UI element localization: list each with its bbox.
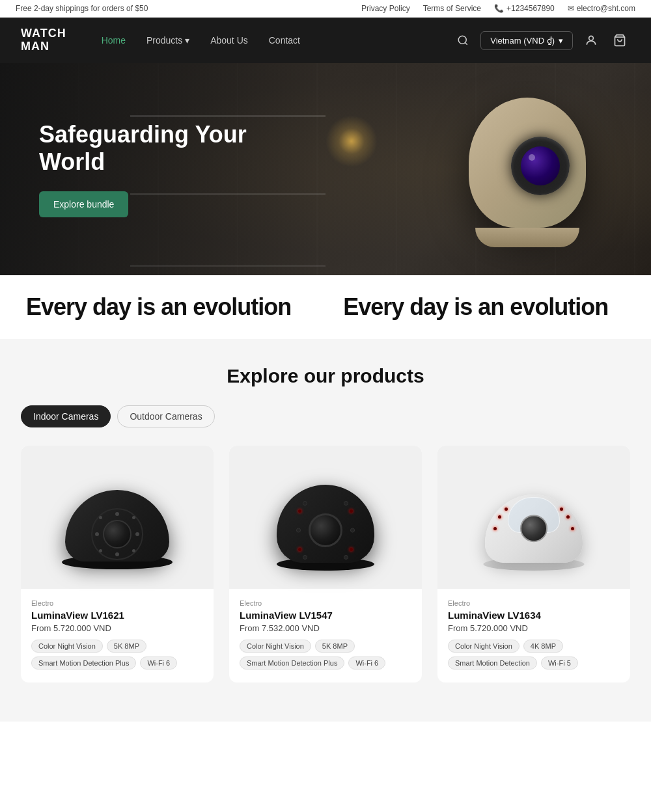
product-image	[21, 446, 214, 589]
products-section-title: Explore our products	[21, 365, 630, 387]
shipping-notice: Free 2-day shippings for orders of $50	[16, 4, 148, 13]
product-image	[437, 446, 630, 589]
product-name: LuminaView LV1621	[31, 610, 203, 621]
product-brand: Electro	[31, 599, 203, 607]
currency-dropdown-icon: ▾	[559, 36, 563, 46]
product-tag: Smart Motion Detection Plus	[240, 656, 344, 670]
svg-point-0	[458, 36, 466, 44]
product-tag: Color Night Vision	[31, 640, 103, 653]
svg-line-1	[465, 42, 467, 44]
hero-title: Safeguarding Your World	[39, 121, 299, 176]
product-tags: Color Night Vision 4K 8MP Smart Motion D…	[448, 640, 620, 670]
product-brand: Electro	[240, 599, 411, 607]
ticker-banner: Every day is an evolution Every day is a…	[0, 275, 651, 339]
search-icon	[457, 34, 469, 46]
product-card[interactable]: Electro LuminaView LV1634 From 5.720.000…	[437, 446, 630, 683]
product-tag: 4K 8MP	[523, 640, 563, 653]
cart-icon	[613, 34, 626, 47]
terms-link[interactable]: Terms of Service	[423, 4, 481, 13]
product-name: LuminaView LV1547	[240, 610, 411, 621]
product-tag: 5K 8MP	[107, 640, 146, 653]
phone-info: 📞 +1234567890	[494, 4, 555, 13]
product-tag: Color Night Vision	[240, 640, 311, 653]
hero-section: Safeguarding Your World Explore bundle	[0, 63, 651, 275]
phone-icon: 📞	[494, 4, 504, 13]
product-tag: Color Night Vision	[448, 640, 519, 653]
account-icon	[585, 34, 598, 47]
product-tag: 5K 8MP	[315, 640, 355, 653]
product-price: From 7.532.000 VND	[240, 623, 411, 633]
product-tags: Color Night Vision 5K 8MP Smart Motion D…	[31, 640, 203, 670]
tab-indoor-cameras[interactable]: Indoor Cameras	[21, 405, 111, 427]
ticker-item: Every day is an evolution	[634, 293, 651, 321]
product-card[interactable]: Electro LuminaView LV1621 From 5.720.000…	[21, 446, 214, 683]
currency-label: Vietnam (VND ₫)	[490, 36, 555, 46]
product-tag: Wi-Fi 6	[140, 656, 177, 670]
product-brand: Electro	[448, 599, 620, 607]
product-tags: Color Night Vision 5K 8MP Smart Motion D…	[240, 640, 411, 670]
product-price: From 5.720.000 VND	[448, 623, 620, 633]
product-image	[229, 446, 422, 589]
product-tag: Smart Motion Detection Plus	[31, 656, 136, 670]
phone-number: +1234567890	[506, 4, 555, 13]
nav-contact[interactable]: Contact	[260, 30, 309, 51]
ticker-item: Every day is an evolution	[317, 293, 634, 321]
email-info: ✉ electro@sht.com	[568, 4, 635, 13]
product-info: Electro LuminaView LV1634 From 5.720.000…	[437, 599, 630, 670]
svg-point-2	[589, 36, 594, 40]
cart-button[interactable]	[609, 30, 630, 51]
nav-home[interactable]: Home	[92, 30, 135, 51]
nav-about[interactable]: About Us	[201, 30, 257, 51]
product-tag: Smart Motion Detection	[448, 656, 537, 670]
account-button[interactable]	[581, 30, 602, 51]
nav-links: Home Products ▾ About Us Contact	[92, 30, 454, 51]
currency-selector[interactable]: Vietnam (VND ₫) ▾	[480, 31, 573, 50]
navbar: WATCH MAN Home Products ▾ About Us Conta…	[0, 18, 651, 63]
logo-line2: MAN	[21, 40, 49, 53]
privacy-link[interactable]: Privacy Policy	[361, 4, 410, 13]
product-name: LuminaView LV1634	[448, 610, 620, 621]
search-button[interactable]	[453, 31, 473, 50]
email-icon: ✉	[568, 4, 574, 13]
product-info: Electro LuminaView LV1547 From 7.532.000…	[229, 599, 422, 670]
logo-line1: WATCH	[21, 27, 66, 40]
top-bar: Free 2-day shippings for orders of $50 P…	[0, 0, 651, 18]
products-grid: Electro LuminaView LV1621 From 5.720.000…	[21, 446, 630, 683]
product-info: Electro LuminaView LV1621 From 5.720.000…	[21, 599, 214, 670]
logo: WATCH MAN	[21, 27, 66, 53]
ticker-item: Every day is an evolution	[0, 293, 317, 321]
email-address: electro@sht.com	[577, 4, 635, 13]
tab-outdoor-cameras[interactable]: Outdoor Cameras	[117, 405, 214, 427]
product-tag: Wi-Fi 6	[348, 656, 385, 670]
products-section: Explore our products Indoor Cameras Outd…	[0, 339, 651, 722]
nav-right: Vietnam (VND ₫) ▾	[453, 30, 630, 51]
top-bar-right: Privacy Policy Terms of Service 📞 +12345…	[361, 4, 635, 13]
product-tag: Wi-Fi 5	[541, 656, 578, 670]
product-tabs: Indoor Cameras Outdoor Cameras	[21, 405, 630, 427]
hero-camera-image	[456, 91, 599, 247]
ticker-inner: Every day is an evolution Every day is a…	[0, 293, 651, 321]
product-card[interactable]: Electro LuminaView LV1547 From 7.532.000…	[229, 446, 422, 683]
product-price: From 5.720.000 VND	[31, 623, 203, 633]
nav-products[interactable]: Products ▾	[137, 30, 199, 51]
explore-bundle-button[interactable]: Explore bundle	[39, 191, 128, 217]
